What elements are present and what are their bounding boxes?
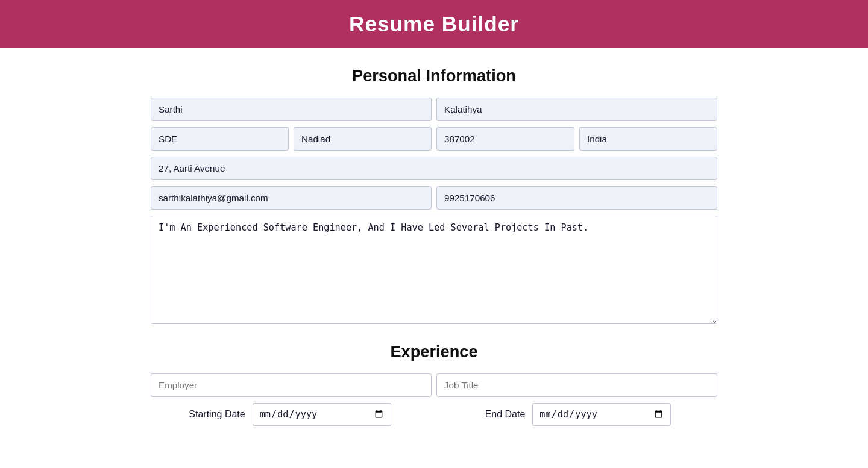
contact-row [151, 186, 717, 210]
role-input[interactable] [151, 127, 289, 151]
name-row [151, 98, 717, 121]
summary-textarea[interactable] [151, 216, 717, 324]
role-wrapper [151, 127, 289, 151]
job-title-input[interactable] [436, 373, 717, 397]
zip-input[interactable] [436, 127, 574, 151]
last-name-wrapper [436, 98, 717, 121]
first-name-input[interactable] [151, 98, 432, 121]
location-row [151, 127, 717, 151]
zip-wrapper [436, 127, 574, 151]
employer-wrapper [151, 373, 432, 397]
country-wrapper [579, 127, 717, 151]
main-content: Personal Information [139, 48, 729, 444]
app-title: Resume Builder [0, 12, 868, 36]
starting-date-label: Starting Date [189, 409, 245, 420]
employer-jobtitle-row [151, 373, 717, 397]
end-date-label: End Date [485, 409, 526, 420]
phone-input[interactable] [436, 186, 717, 210]
summary-row [151, 216, 717, 324]
country-input[interactable] [579, 127, 717, 151]
experience-section: Experience Starting Date End Date [151, 342, 717, 426]
last-name-input[interactable] [436, 98, 717, 121]
address-input[interactable] [151, 157, 717, 180]
employer-input[interactable] [151, 373, 432, 397]
personal-info-title: Personal Information [151, 66, 717, 86]
experience-title: Experience [151, 342, 717, 361]
personal-info-section: Personal Information [151, 66, 717, 324]
phone-wrapper [436, 186, 717, 210]
city-input[interactable] [294, 127, 432, 151]
email-wrapper [151, 186, 432, 210]
starting-date-input[interactable] [253, 403, 391, 426]
end-date-group: End Date [439, 403, 717, 426]
city-wrapper [294, 127, 432, 151]
job-title-wrapper [436, 373, 717, 397]
app-header: Resume Builder [0, 0, 868, 48]
email-input[interactable] [151, 186, 432, 210]
address-row [151, 157, 717, 180]
starting-date-group: Starting Date [151, 403, 429, 426]
dates-row: Starting Date End Date [151, 403, 717, 426]
first-name-wrapper [151, 98, 432, 121]
end-date-input[interactable] [532, 403, 671, 426]
